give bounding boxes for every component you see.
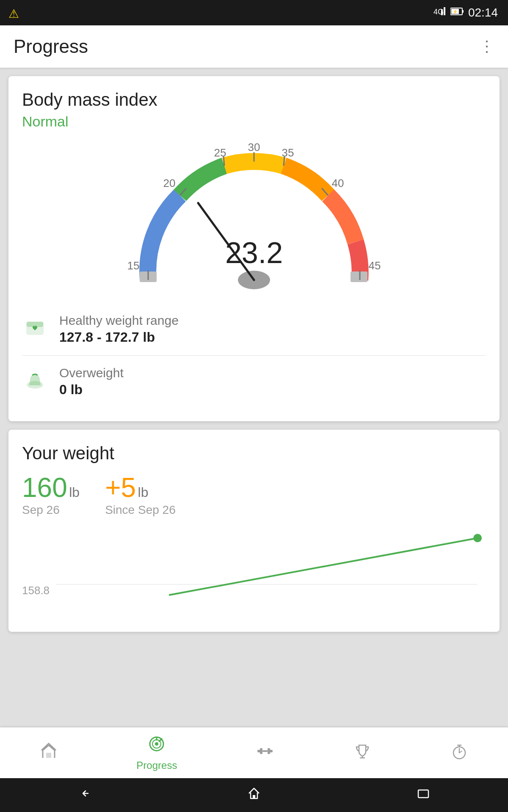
chart-y-label: 158.8 [22,584,50,597]
goals-icon [39,742,58,764]
healthy-weight-value: 127.8 - 172.7 lb [59,329,179,345]
svg-rect-40 [268,748,270,754]
svg-rect-1 [441,9,443,15]
nav-trophies[interactable] [353,742,372,764]
svg-point-36 [155,742,158,746]
nav-workouts[interactable] [256,742,274,764]
weight-chart: 158.8 [22,525,486,618]
current-weight-stat: 160 lb Sep 26 [22,472,80,517]
nav-timer[interactable] [450,742,469,764]
weight-title: Your weight [22,443,486,464]
system-nav-bar [0,778,508,812]
nav-progress[interactable]: Progress [136,735,177,771]
more-options-button[interactable]: ⋮ [479,38,494,55]
trophies-icon [353,742,372,764]
bmi-status: Normal [22,113,486,130]
svg-rect-8 [351,272,367,282]
svg-rect-39 [260,748,262,754]
status-time: 02:14 [468,6,498,19]
timer-icon [450,742,469,764]
svg-text:30: 30 [248,141,260,154]
status-bar: ⚠ 4G ⚡ 02:14 [0,0,508,25]
battery-icon: ⚡ [450,7,464,18]
page-title: Progress [14,36,88,57]
svg-text:40: 40 [332,177,344,189]
svg-rect-32 [46,753,51,758]
overweight-value: 0 lb [59,382,124,398]
nav-goals[interactable] [39,742,58,764]
progress-nav-label: Progress [136,760,177,771]
healthy-weight-icon [22,315,47,343]
svg-text:25: 25 [214,146,226,159]
weight-change-unit: lb [138,485,149,500]
bmi-title: Body mass index [22,90,486,110]
svg-line-30 [170,538,478,595]
status-icons: 4G ⚡ 02:14 [433,5,498,20]
healthy-weight-label: Healthy weight range [59,313,179,328]
current-weight-date: Sep 26 [22,503,80,517]
bmi-gauge: 15 20 25 30 35 40 45 23.2 [106,138,402,299]
weight-card: Your weight 160 lb Sep 26 +5 lb Since Se… [8,430,500,632]
overweight-icon [22,368,47,395]
svg-rect-4 [462,10,464,13]
home-button[interactable] [246,785,262,805]
overweight-text: Overweight 0 lb [59,366,124,398]
main-content: Body mass index Normal [0,68,508,727]
svg-text:15: 15 [127,259,140,272]
bmi-card: Body mass index Normal [8,76,500,421]
overweight-label: Overweight [59,366,124,380]
weight-stats: 160 lb Sep 26 +5 lb Since Sep 26 [22,472,486,517]
current-weight-unit: lb [69,485,80,500]
weight-change-value: +5 [105,472,136,503]
back-button[interactable] [76,785,93,805]
svg-point-31 [473,534,482,542]
weight-change-date: Since Sep 26 [105,503,176,517]
svg-text:35: 35 [282,146,294,159]
svg-text:20: 20 [163,177,176,189]
progress-icon [147,735,166,757]
svg-text:45: 45 [369,259,381,272]
svg-text:23.2: 23.2 [225,236,283,269]
app-bar: Progress ⋮ [0,25,508,68]
recents-button[interactable] [415,785,432,805]
svg-rect-41 [262,750,268,752]
svg-rect-49 [253,795,255,798]
svg-rect-50 [418,790,428,798]
overweight-row: Overweight 0 lb [22,356,486,408]
svg-rect-27 [27,322,43,327]
svg-text:⚡: ⚡ [453,9,458,14]
current-weight-value: 160 [22,472,67,503]
healthy-weight-row: Healthy weight range 127.8 - 172.7 lb [22,303,486,356]
workouts-icon [256,742,274,764]
healthy-weight-text: Healthy weight range 127.8 - 172.7 lb [59,313,179,345]
svg-rect-2 [444,7,445,15]
bottom-nav: Progress [0,727,508,778]
weight-change-stat: +5 lb Since Sep 26 [105,472,176,517]
signal-icon: 4G [433,5,446,20]
alert-icon: ⚠ [8,7,19,21]
